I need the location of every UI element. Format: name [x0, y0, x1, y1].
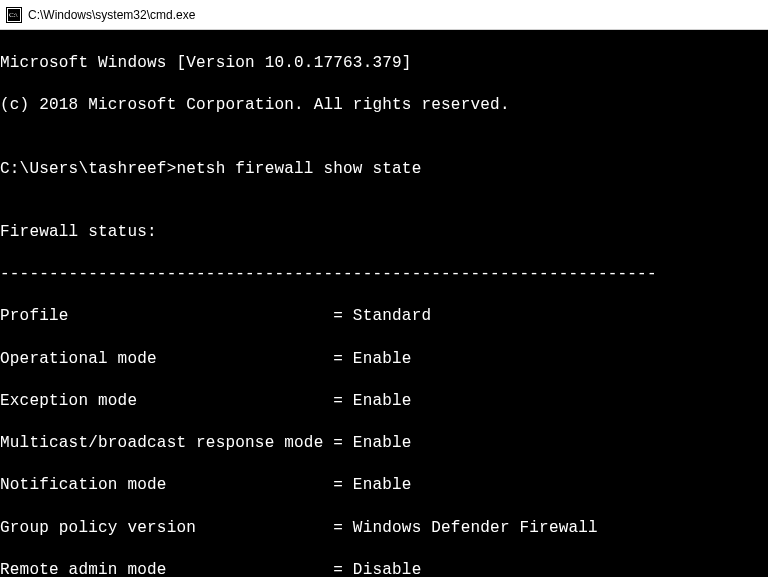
- status-row-operational-mode: Operational mode = Enable: [0, 349, 768, 370]
- copyright-line: (c) 2018 Microsoft Corporation. All righ…: [0, 95, 768, 116]
- svg-text:C:\: C:\: [9, 11, 18, 19]
- status-row-remote-admin: Remote admin mode = Disable: [0, 560, 768, 577]
- prompt: C:\Users\tashreef>: [0, 160, 176, 178]
- command-text: netsh firewall show state: [176, 160, 421, 178]
- terminal-output[interactable]: Microsoft Windows [Version 10.0.17763.37…: [0, 30, 768, 577]
- prompt-line: C:\Users\tashreef>netsh firewall show st…: [0, 159, 768, 180]
- status-row-group-policy: Group policy version = Windows Defender …: [0, 518, 768, 539]
- status-row-notification: Notification mode = Enable: [0, 475, 768, 496]
- cmd-icon: C:\: [6, 7, 22, 23]
- window-title: C:\Windows\system32\cmd.exe: [28, 8, 195, 22]
- window-titlebar[interactable]: C:\ C:\Windows\system32\cmd.exe: [0, 0, 768, 30]
- version-line: Microsoft Windows [Version 10.0.17763.37…: [0, 53, 768, 74]
- status-row-profile: Profile = Standard: [0, 306, 768, 327]
- status-row-multicast: Multicast/broadcast response mode = Enab…: [0, 433, 768, 454]
- status-row-exception-mode: Exception mode = Enable: [0, 391, 768, 412]
- separator: ----------------------------------------…: [0, 264, 768, 285]
- section-heading: Firewall status:: [0, 222, 768, 243]
